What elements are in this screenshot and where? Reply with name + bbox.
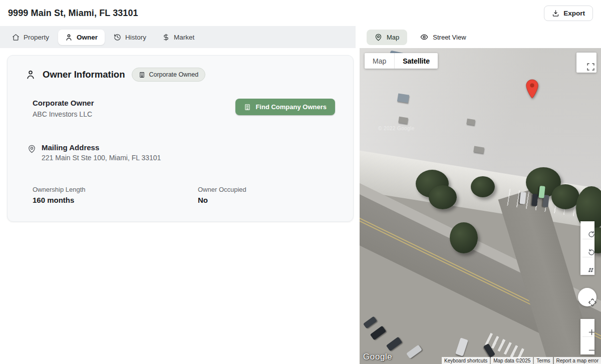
tab-label: Market [174, 34, 194, 41]
corporate-owner-row: Corporate Owner ABC Investors LLC Find C… [26, 99, 335, 118]
owner-occupied-stat: Owner Occupied No [198, 186, 335, 204]
owner-occupied-value: No [198, 196, 335, 204]
ownership-length-value: 160 months [33, 196, 198, 204]
map-canvas[interactable]: © 2022 Google Map Satellite [360, 48, 601, 364]
car [386, 337, 402, 351]
map-data-text: Map data ©2025 [491, 357, 533, 364]
mailing-address-label: Mailing Address [42, 143, 161, 152]
map-type-control: Map Satellite [365, 53, 438, 69]
left-panel: Property Owner History [0, 26, 360, 364]
car [406, 344, 422, 358]
tab-label: History [125, 34, 146, 41]
rotate-clockwise-button[interactable] [580, 221, 594, 239]
tab-history[interactable]: History [107, 30, 153, 45]
find-company-owners-label: Find Company Owners [255, 103, 327, 111]
zoom-controls [580, 319, 594, 354]
rotate-tilt-controls [580, 221, 594, 275]
home-icon [12, 34, 20, 41]
map-view-label: Map [387, 34, 399, 41]
page-title: 9999 Main St, Miami, FL 33101 [8, 8, 138, 19]
rooftop-unit [466, 119, 475, 125]
mailing-address-value: 221 Main St Ste 100, Miami, FL 33101 [42, 154, 161, 162]
map-panel: Map Street View [360, 26, 601, 364]
tree [471, 176, 495, 197]
eye-icon [420, 33, 428, 41]
export-label: Export [563, 10, 585, 17]
export-button[interactable]: Export [544, 6, 593, 21]
keyboard-shortcuts-link[interactable]: Keyboard shortcuts [442, 357, 490, 364]
person-icon [65, 34, 73, 41]
location-marker-icon[interactable] [525, 79, 539, 99]
tab-label: Property [24, 34, 49, 41]
tab-owner[interactable]: Owner [58, 30, 105, 45]
pan-control-button[interactable] [578, 288, 596, 306]
rooftop-unit [398, 117, 408, 124]
map-attribution: Keyboard shortcuts Map data ©2025 Terms … [442, 357, 601, 364]
car [370, 326, 386, 340]
rooftop-unit [397, 93, 409, 103]
street-view-button[interactable]: Street View [412, 29, 474, 45]
street-view-label: Street View [433, 34, 466, 41]
report-map-error-link[interactable]: Report a map error [554, 357, 601, 364]
satellite-imagery [360, 48, 601, 364]
car [363, 316, 377, 329]
badge-label: Corporate Owned [149, 71, 198, 78]
terms-link[interactable]: Terms [534, 357, 552, 364]
truck [455, 337, 468, 356]
tab-label: Owner [77, 34, 98, 41]
corporate-owned-badge: Corporate Owned [132, 68, 205, 82]
map-type-satellite-button[interactable]: Satellite [394, 53, 438, 69]
dollar-icon [162, 34, 170, 41]
zoom-in-button[interactable] [580, 319, 594, 336]
ownership-length-label: Ownership Length [33, 186, 198, 193]
tab-property[interactable]: Property [5, 30, 56, 45]
building-icon [244, 104, 251, 111]
stats-row: Ownership Length 160 months Owner Occupi… [26, 186, 335, 204]
map-pin-icon [28, 143, 36, 162]
app-root: 9999 Main St, Miami, FL 33101 Export Pro… [0, 0, 601, 364]
mailing-address-text: Mailing Address 221 Main St Ste 100, Mia… [42, 143, 161, 162]
download-icon [552, 10, 559, 17]
tree [551, 184, 579, 209]
mailing-address-block: Mailing Address 221 Main St Ste 100, Mia… [28, 143, 335, 162]
fullscreen-button[interactable] [576, 53, 596, 73]
card-header: Owner Information Corporate Owned [26, 68, 335, 82]
corporate-owner-value: ABC Investors LLC [33, 110, 94, 118]
google-logo: Google [363, 352, 392, 362]
header: 9999 Main St, Miami, FL 33101 Export [0, 0, 601, 26]
rotate-counterclockwise-button[interactable] [580, 239, 594, 257]
building-icon [139, 72, 145, 78]
corporate-owner-label: Corporate Owner [33, 99, 94, 107]
map-toolbar: Map Street View [360, 26, 601, 48]
person-icon [26, 70, 36, 80]
map-view-button[interactable]: Map [367, 30, 407, 45]
zoom-out-button[interactable] [580, 337, 594, 354]
map-watermark: © 2022 Google [378, 126, 415, 131]
card-title: Owner Information [43, 69, 125, 80]
owner-occupied-label: Owner Occupied [198, 186, 335, 193]
tree [429, 185, 457, 209]
tab-bar: Property Owner History [0, 26, 356, 48]
content-area: Owner Information Corporate Owned Corpor… [0, 48, 360, 364]
tab-market[interactable]: Market [155, 30, 201, 45]
find-company-owners-button[interactable]: Find Company Owners [235, 99, 335, 115]
map-type-map-button[interactable]: Map [365, 53, 394, 69]
map-pin-icon [375, 34, 382, 41]
tilt-view-button[interactable] [580, 257, 594, 275]
corporate-owner-block: Corporate Owner ABC Investors LLC [33, 99, 94, 118]
ownership-length-stat: Ownership Length 160 months [33, 186, 198, 204]
history-icon [114, 34, 121, 41]
main-columns: Property Owner History [0, 26, 601, 364]
owner-information-card: Owner Information Corporate Owned Corpor… [7, 55, 354, 222]
tree [450, 222, 478, 253]
